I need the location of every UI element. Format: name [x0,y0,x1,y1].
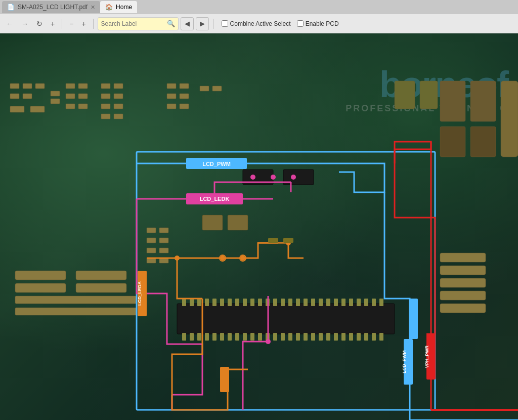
pcb-background [0,33,518,420]
search-icon: 🔍 [167,20,175,27]
separator-1 [62,19,62,29]
zoom-in-button[interactable]: + [78,18,89,30]
search-input[interactable] [101,20,167,27]
back-button[interactable]: ← [3,18,16,30]
forward-button[interactable]: → [18,18,31,30]
refresh-button[interactable]: ↻ [33,18,46,30]
separator-3 [213,19,213,29]
separator-2 [93,19,94,29]
tab-pdf[interactable]: 📄 SM-A025_LCD LIGHT.pdf ✕ [2,1,100,13]
tab-pdf-close[interactable]: ✕ [91,4,95,11]
tab-home-icon: 🏠 [105,4,113,11]
search-box[interactable]: 🔍 [98,17,179,30]
toolbar: ← → ↻ + − + 🔍 ◀ ▶ Combine Active Select … [0,14,518,33]
next-result-button[interactable]: ▶ [196,17,209,30]
combine-active-select-text: Combine Active Select [230,20,291,27]
tab-home[interactable]: 🏠 Home [100,1,137,13]
tab-pdf-label: SM-A025_LCD LIGHT.pdf [18,4,88,11]
enable-pcd-checkbox[interactable] [297,20,304,27]
tab-bar: 📄 SM-A025_LCD LIGHT.pdf ✕ 🏠 Home [0,0,518,14]
tab-pdf-icon: 📄 [7,4,15,11]
main-canvas[interactable]: borneof PROFESSIONAL TRAINING C [0,33,518,420]
prev-result-button[interactable]: ◀ [181,17,194,30]
combine-active-select-checkbox[interactable] [222,20,228,27]
zoom-out-button[interactable]: − [66,18,76,30]
combine-active-select-label[interactable]: Combine Active Select [222,20,291,27]
add-button[interactable]: + [48,18,58,30]
tab-home-label: Home [116,4,132,11]
enable-pcd-label[interactable]: Enable PCD [297,20,339,27]
enable-pcd-text: Enable PCD [306,20,339,27]
